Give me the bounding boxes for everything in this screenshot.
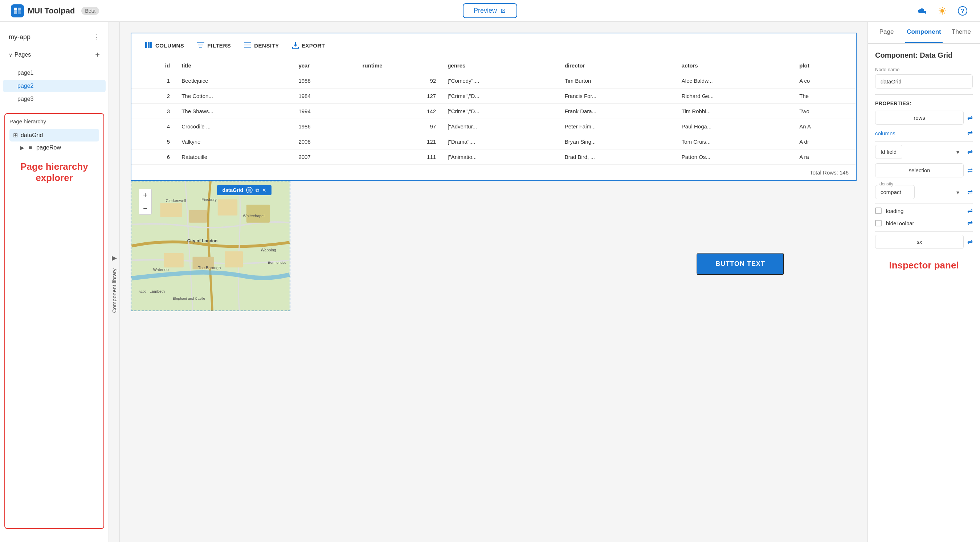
hide-toolbar-checkbox[interactable] [875,220,881,226]
expand-arrow[interactable]: ▶ [109,251,120,265]
svg-rect-32 [225,251,243,268]
cell-runtime: 142 [357,104,442,119]
cell-genres: ["Crime","D... [442,89,559,104]
cell-year: 1994 [293,104,356,119]
cell-actors: Tim Robbi... [676,104,794,119]
loading-checkbox[interactable] [875,208,881,214]
columns-link-icon[interactable]: ⇌ [967,129,973,137]
columns-link[interactable]: columns [875,130,896,137]
columns-label: COLUMNS [155,43,184,49]
cell-director: Francis For... [559,89,676,104]
density-label: DENSITY [254,43,279,49]
brightness-icon[interactable] [936,4,949,17]
svg-text:A100: A100 [138,290,146,294]
cell-genres: ["Adventur... [442,119,559,134]
density-link-icon[interactable]: ⇌ [967,188,973,196]
pages-section: ∨ Pages + [0,45,108,65]
filters-icon [197,42,204,49]
columns-button[interactable]: COLUMNS [138,39,191,52]
tab-theme[interactable]: Theme [943,22,980,43]
cell-plot: An A [794,119,856,134]
sidebar-menu-icon[interactable]: ⋮ [92,33,100,41]
pages-section-title: Pages [14,51,31,58]
cloud-icon[interactable] [915,4,929,17]
sx-property-row: sx ⇌ [875,235,973,249]
density-select[interactable]: compact standard comfortable [875,185,915,199]
cell-director: Bryan Sing... [559,134,676,149]
svg-text:Elephant and Castle: Elephant and Castle [173,296,205,300]
cell-year: 1986 [293,119,356,134]
svg-text:The Borough: The Borough [198,265,221,270]
inspector-title: Component: Data Grid [875,51,973,59]
canvas: COLUMNS FILTERS DENSITY [120,22,867,542]
cell-title: Valkyrie [176,134,293,149]
loading-row: loading ⇌ [875,207,973,215]
hide-toolbar-row: hideToolbar ⇌ [875,219,973,227]
sx-button[interactable]: sx [875,235,964,249]
rows-button[interactable]: rows [875,111,964,125]
svg-text:Clerkenwell: Clerkenwell [165,199,186,203]
tab-page[interactable]: Page [868,22,905,43]
cell-id: 5 [131,134,176,149]
logo-icon [11,4,24,17]
tab-component[interactable]: Component [905,22,943,43]
svg-rect-27 [189,210,207,223]
svg-line-12 [944,8,945,9]
zoom-out-button[interactable]: − [138,202,152,215]
datagrid-chip: dataGrid ⧉ ✕ [217,185,272,195]
svg-text:Lambeth: Lambeth [150,289,165,294]
svg-line-10 [944,12,945,13]
sx-link-icon[interactable]: ⇌ [967,238,973,246]
cell-runtime: 111 [357,149,442,165]
svg-text:Wapping: Wapping [261,248,276,252]
cell-actors: Alec Baldw... [676,73,794,89]
sidebar-item-page1[interactable]: page1 [3,67,106,79]
chip-delete-icon[interactable]: ✕ [262,187,266,193]
inspector-panel-label: Inspector panel [875,260,973,271]
id-field-link-icon[interactable]: ⇌ [967,148,973,156]
col-header-runtime: runtime [357,58,442,73]
main-layout: my-app ⋮ ∨ Pages + page1 page2 page3 Pag… [0,22,980,542]
table-row: 1 Beetlejuice 1988 92 ["Comedy",... Tim … [131,73,856,89]
hide-toolbar-link-icon[interactable]: ⇌ [967,219,973,227]
sidebar-item-page2[interactable]: page2 [3,80,106,92]
pages-section-chevron: ∨ [9,52,12,58]
list-icon: ≡ [29,145,32,151]
cell-director: Peter Faim... [559,119,676,134]
topbar-center: Preview [463,3,517,18]
density-button[interactable]: DENSITY [237,39,286,52]
cell-id: 6 [131,149,176,165]
hierarchy-item-datagrid[interactable]: ⊞ dataGrid [10,129,99,141]
node-name-input[interactable] [875,75,973,89]
preview-button[interactable]: Preview [463,3,517,18]
col-header-title: title [176,58,293,73]
bottom-row: dataGrid ⧉ ✕ + − [130,181,857,311]
selection-button[interactable]: selection [875,163,964,177]
table-row: 4 Crocodile ... 1986 97 ["Adventur... Pe… [131,119,856,134]
beta-badge: Beta [81,7,99,15]
sidebar-item-page3[interactable]: page3 [3,93,106,105]
canvas-button[interactable]: BUTTON TEXT [697,253,784,275]
zoom-in-button[interactable]: + [138,189,152,202]
export-icon [292,41,299,50]
chip-copy-icon[interactable]: ⧉ [256,187,259,193]
add-page-icon[interactable]: + [95,50,100,59]
filters-button[interactable]: FILTERS [191,39,237,52]
rows-property-row: rows ⇌ [875,111,973,125]
component-library-panel: ▶ Component library [109,22,120,542]
svg-text:Bermondse: Bermondse [268,261,286,264]
id-field-select[interactable]: Id field [875,145,902,159]
rows-link-icon[interactable]: ⇌ [967,114,973,122]
hierarchy-item-pagerow[interactable]: ▶ ≡ pageRow [10,141,99,154]
selection-link-icon[interactable]: ⇌ [967,167,973,175]
help-icon[interactable]: ? [956,4,969,17]
pages-header[interactable]: ∨ Pages + [9,48,100,62]
loading-link-icon[interactable]: ⇌ [967,207,973,215]
cell-id: 3 [131,104,176,119]
filters-label: FILTERS [207,43,231,49]
col-header-id: id [131,58,176,73]
cell-actors: Tom Cruis... [676,134,794,149]
component-library-label[interactable]: Component library [111,269,117,313]
datagrid-wrapper: COLUMNS FILTERS DENSITY [130,33,857,181]
export-button[interactable]: EXPORT [286,38,332,52]
